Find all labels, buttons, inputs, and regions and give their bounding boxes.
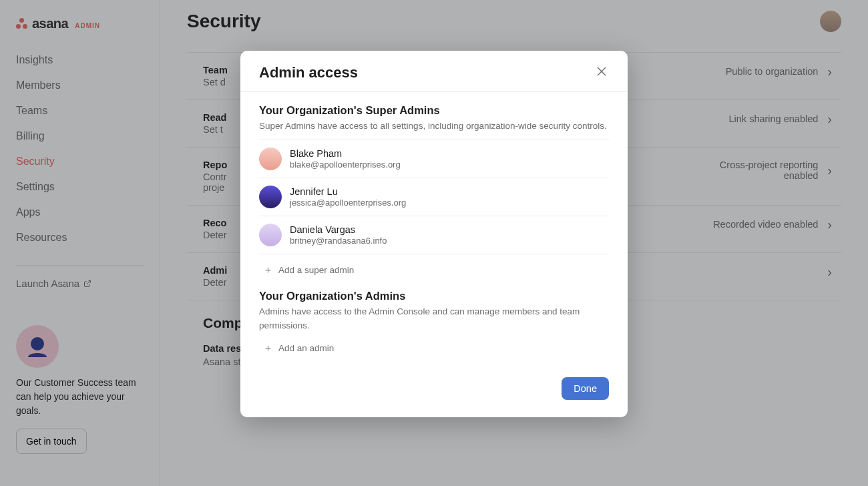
admins-title: Your Organization's Admins: [259, 290, 609, 302]
avatar: [259, 224, 282, 246]
admin-item: Blake Pham blake@apolloenterprises.org: [259, 140, 609, 178]
super-admin-list: Blake Pham blake@apolloenterprises.org J…: [259, 140, 609, 254]
admin-access-modal: Admin access Your Organization's Super A…: [240, 51, 628, 417]
done-button[interactable]: Done: [562, 377, 609, 400]
add-admin-button[interactable]: ＋ Add an admin: [259, 332, 609, 368]
plus-icon: ＋: [263, 342, 273, 354]
admin-name: Blake Pham: [290, 148, 401, 159]
super-admins-desc: Super Admins have access to all settings…: [259, 119, 609, 133]
modal-overlay[interactable]: Admin access Your Organization's Super A…: [0, 0, 868, 486]
avatar: [259, 148, 282, 170]
admin-name: Daniela Vargas: [290, 224, 387, 235]
add-super-admin-button[interactable]: ＋ Add a super admin: [259, 254, 609, 290]
admin-item: Daniela Vargas britney@randasana6.info: [259, 216, 609, 254]
admin-email: jessica@apolloenterprises.org: [290, 198, 406, 208]
admin-email: blake@apolloenterprises.org: [290, 160, 401, 170]
admin-item: Jennifer Lu jessica@apolloenterprises.or…: [259, 178, 609, 216]
admins-desc: Admins have access to the Admin Console …: [259, 305, 609, 332]
admin-email: britney@randasana6.info: [290, 236, 387, 246]
add-admin-label: Add an admin: [278, 343, 334, 353]
close-icon: [597, 67, 606, 76]
avatar: [259, 186, 282, 208]
plus-icon: ＋: [263, 264, 273, 276]
super-admins-title: Your Organization's Super Admins: [259, 104, 609, 117]
modal-title: Admin access: [259, 64, 358, 81]
close-button[interactable]: [594, 63, 609, 82]
add-super-label: Add a super admin: [278, 265, 354, 275]
admin-name: Jennifer Lu: [290, 186, 406, 197]
